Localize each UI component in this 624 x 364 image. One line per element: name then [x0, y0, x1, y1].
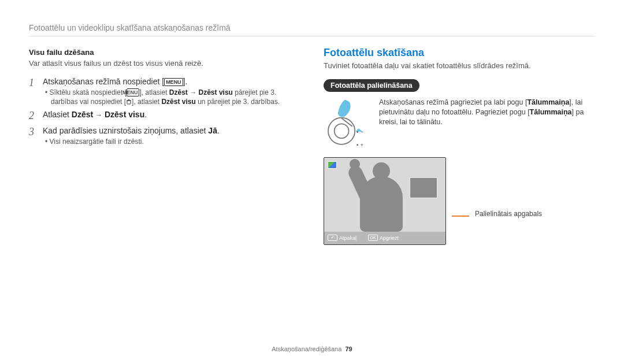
left-subheading: Visu failu dzēšana: [29, 48, 300, 57]
left-desc: Var atlasīt visus failus un dzēst tos vi…: [29, 59, 300, 69]
zoom-instruction-row: − + Atskaņošanas režīmā pagrieziet pa la…: [324, 98, 595, 149]
svg-point-4: [335, 124, 349, 138]
text: un pārejiet pie 3. darbības.: [196, 98, 280, 106]
step-main-text: Kad parādīsies uznirstošais ziņojums, at…: [43, 126, 300, 135]
photo-mode-icon: [328, 161, 337, 169]
text: Visi neaizsargātie faili ir dzēsti.: [50, 138, 144, 146]
text: Atskaņošanas režīmā nospiediet [: [43, 77, 164, 86]
footer-section: Atskaņošana/rediģēšana: [272, 346, 341, 352]
leader-line: [452, 216, 469, 217]
text: Atlasiet: [43, 110, 72, 119]
menu-icon: MENU: [164, 78, 183, 86]
emph: Tālummaiņa: [530, 108, 572, 116]
step-1: 1 Atskaņošanas režīmā nospiediet [MENU].…: [29, 77, 300, 106]
step-sub-text: Sīktēlu skatā nospiediet [MENU], atlasie…: [43, 88, 300, 106]
text: ].: [183, 77, 188, 86]
arrow-icon: →: [190, 88, 196, 96]
svg-point-6: [356, 144, 358, 145]
emph: Dzēst visu: [161, 98, 195, 106]
back-arrow-icon: ↶: [328, 235, 337, 241]
camera-screen-preview: ↶ Atpakaļ OK Apgriezt: [324, 157, 446, 245]
zoom-ring-illustration: − +: [324, 98, 370, 149]
text: Sīktēlu skatā nospiediet [: [50, 88, 127, 96]
emph: Tālummaiņa: [527, 98, 569, 106]
two-column-layout: Visu failu dzēšana Var atlasīt visus fai…: [29, 47, 595, 340]
emph: Dzēst visu: [105, 110, 144, 119]
text: .: [217, 126, 220, 135]
screen-bottom-bar: ↶ Atpakaļ OK Apgriezt: [324, 232, 445, 244]
emph: Jā: [208, 126, 217, 135]
step-main-text: Atlasiet Dzēst → Dzēst visu.: [43, 110, 300, 119]
step-3: 3 Kad parādīsies uznirstošais ziņojums, …: [29, 126, 300, 146]
page-header: Fotoattēlu un videoklipu skatīšana atska…: [29, 23, 595, 36]
back-label: Atpakaļ: [339, 235, 356, 241]
subsection-pill: Fotoattēla palielināšana: [324, 79, 419, 92]
page-footer: Atskaņošana/rediģēšana 79: [29, 346, 595, 352]
step-body: Atskaņošanas režīmā nospiediet [MENU]. S…: [43, 77, 300, 106]
emph: Dzēst visu: [199, 88, 233, 96]
zoom-area-indicator: [410, 177, 437, 198]
minus-label: −: [361, 129, 363, 135]
page-number: 79: [345, 346, 352, 352]
step-sub-text: Visi neaizsargātie faili ir dzēsti.: [43, 137, 300, 146]
screen-preview-row: ↶ Atpakaļ OK Apgriezt Palielinātais apga…: [324, 157, 595, 245]
step-number: 3: [29, 126, 37, 139]
svg-point-5: [356, 131, 358, 132]
right-column: Fotoattēlu skatīšana Tuviniet fotoattēla…: [324, 47, 595, 340]
back-hint: ↶ Atpakaļ: [328, 235, 356, 241]
step-body: Kad parādīsies uznirstošais ziņojums, at…: [43, 126, 300, 146]
section-title: Fotoattēlu skatīšana: [324, 47, 595, 59]
zoom-instruction-text: Atskaņošanas režīmā pagrieziet pa labi p…: [379, 98, 595, 127]
text: .: [144, 110, 147, 119]
crop-label: Apgriezt: [380, 235, 399, 241]
section-desc: Tuviniet fotoattēla daļu vai skatiet fot…: [324, 61, 595, 71]
steps-list: 1 Atskaņošanas režīmā nospiediet [MENU].…: [29, 77, 300, 146]
svg-rect-0: [127, 101, 131, 104]
step-body: Atlasiet Dzēst → Dzēst visu.: [43, 110, 300, 121]
plus-label: +: [361, 142, 363, 148]
leader-label: Palielinātais apgabals: [475, 210, 542, 218]
text: ], atlasiet: [132, 98, 161, 106]
step-2: 2 Atlasiet Dzēst → Dzēst visu.: [29, 110, 300, 122]
menu-icon: MENU: [127, 88, 140, 96]
step-main-text: Atskaņošanas režīmā nospiediet [MENU].: [43, 77, 300, 86]
text: Atskaņošanas režīmā pagrieziet pa labi p…: [379, 98, 527, 106]
step-number: 2: [29, 110, 37, 122]
emph: Dzēst: [72, 110, 93, 119]
left-column: Visu failu dzēšana Var atlasīt visus fai…: [29, 47, 300, 340]
trash-icon: [126, 99, 132, 105]
crop-hint: OK Apgriezt: [368, 235, 399, 241]
emph: Dzēst: [169, 88, 188, 96]
step-number: 1: [29, 77, 37, 90]
arrow-icon: →: [95, 111, 102, 119]
ok-icon: OK: [368, 235, 378, 241]
text: Kad parādīsies uznirstošais ziņojums, at…: [43, 126, 208, 135]
svg-point-3: [328, 118, 355, 144]
manual-page: Fotoattēlu un videoklipu skatīšana atska…: [0, 0, 624, 364]
text: ], atlasiet: [139, 88, 169, 96]
